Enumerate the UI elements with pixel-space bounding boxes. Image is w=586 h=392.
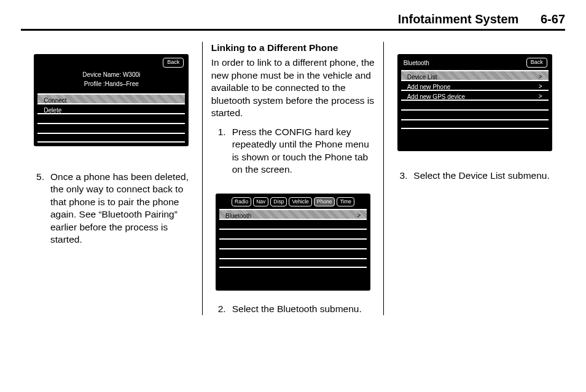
- page-number: 6-67: [541, 12, 565, 26]
- list-item-empty: [401, 119, 549, 129]
- list-item-empty: [219, 248, 367, 258]
- tab-phone[interactable]: Phone: [314, 197, 335, 206]
- step-2: 2. Select the Bluetooth submenu.: [211, 303, 375, 315]
- list-item-bluetooth[interactable]: Bluetooth >: [219, 209, 367, 219]
- list-item-empty: [37, 113, 185, 123]
- page-header: Infotainment System 6-67: [21, 12, 565, 31]
- phone-menu-list: Bluetooth >: [219, 209, 367, 268]
- step-3: 3. Select the Device List submenu.: [393, 170, 557, 182]
- list-item-delete[interactable]: Delete: [37, 103, 185, 113]
- list-item-empty: [219, 219, 367, 229]
- screen-title: Bluetooth: [404, 59, 429, 67]
- step-text: Once a phone has been deleted, the only …: [50, 171, 193, 246]
- step-number: 3.: [393, 170, 413, 182]
- column-2: Linking to a Different Phone In order to…: [202, 42, 384, 315]
- step-number: 1.: [211, 126, 232, 176]
- columns: Back Device Name: W300i Profile :Hands–F…: [21, 42, 565, 315]
- list-item-empty: [401, 109, 549, 119]
- screen-config-menu: Radio Nav Disp Vehicle Phone Time Blueto…: [216, 194, 370, 291]
- tab-radio[interactable]: Radio: [232, 197, 251, 206]
- step-1: 1. Press the CONFIG hard key repeatedly …: [211, 126, 375, 176]
- subsection-heading: Linking to a Different Phone: [211, 42, 375, 54]
- list-item-device-list[interactable]: Device List >: [401, 70, 549, 80]
- list-item-connect[interactable]: Connect: [37, 93, 185, 103]
- option-list: Connect Delete: [37, 93, 185, 143]
- column-1: Back Device Name: W300i Profile :Hands–F…: [21, 42, 202, 315]
- step-5: 5. Once a phone has been deleted, the on…: [29, 171, 193, 246]
- back-button[interactable]: Back: [526, 58, 547, 68]
- section-title: Infotainment System: [398, 12, 519, 26]
- list-item-empty: [401, 100, 549, 109]
- step-text: Select the Bluetooth submenu.: [232, 303, 375, 315]
- tab-disp[interactable]: Disp: [270, 197, 287, 206]
- step-number: 5.: [29, 171, 50, 246]
- list-item-add-gps[interactable]: Add new GPS device >: [401, 90, 549, 100]
- column-3: Bluetooth Back Device List > Add new Pho…: [383, 42, 565, 315]
- list-item-empty: [219, 238, 367, 248]
- back-button[interactable]: Back: [163, 58, 184, 68]
- list-item-empty: [37, 123, 185, 133]
- tab-vehicle[interactable]: Vehicle: [289, 197, 311, 206]
- device-info: Device Name: W300i Profile :Hands–Free: [37, 70, 185, 88]
- intro-paragraph: In order to link to a different phone, t…: [211, 57, 375, 119]
- profile-label: Profile :Hands–Free: [37, 79, 185, 88]
- config-tabs: Radio Nav Disp Vehicle Phone Time: [219, 197, 367, 206]
- bluetooth-menu-list: Device List > Add new Phone > Add new GP…: [401, 70, 549, 129]
- step-number: 2.: [211, 303, 232, 315]
- step-text: Select the Device List submenu.: [413, 170, 557, 182]
- list-item-empty: [219, 258, 367, 268]
- tab-nav[interactable]: Nav: [253, 197, 268, 206]
- list-item-empty: [37, 133, 185, 143]
- list-item-add-phone[interactable]: Add new Phone >: [401, 80, 549, 90]
- step-text: Press the CONFIG hard key repeatedly unt…: [232, 126, 375, 176]
- screen-bluetooth-menu: Bluetooth Back Device List > Add new Pho…: [397, 54, 552, 151]
- tab-time[interactable]: Time: [337, 197, 354, 206]
- manual-page: Infotainment System 6-67 Back Device Nam…: [0, 0, 586, 327]
- screen-device-options: Back Device Name: W300i Profile :Hands–F…: [34, 54, 189, 146]
- list-item-empty: [219, 229, 367, 238]
- device-name-label: Device Name: W300i: [37, 70, 185, 79]
